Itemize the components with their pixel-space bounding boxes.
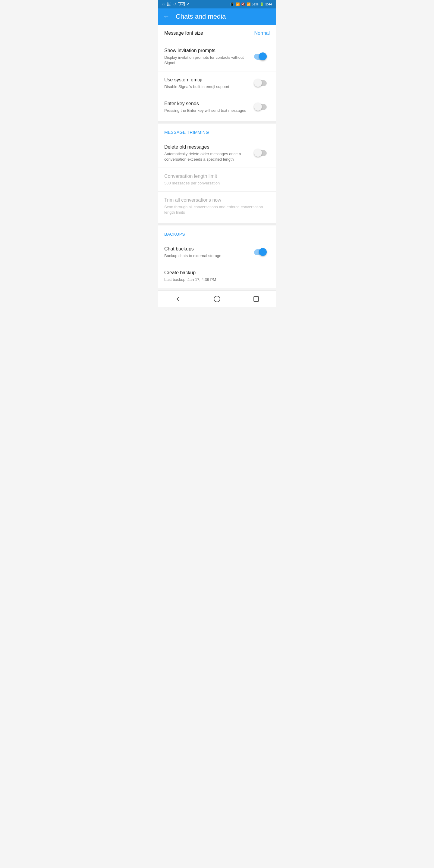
use-system-emoji-subtitle: Disable Signal's built-in emoji support — [164, 84, 249, 90]
toggle-thumb — [259, 248, 267, 256]
show-invitation-prompts-item[interactable]: Show invitation prompts Display invitati… — [158, 42, 276, 71]
trim-all-conversations-text: Trim all conversations now Scan through … — [164, 197, 270, 215]
show-invitation-prompts-toggle[interactable] — [254, 53, 270, 61]
toggle-thumb — [254, 103, 262, 111]
chat-backups-toggle[interactable] — [254, 248, 270, 256]
chat-backups-text: Chat backups Backup chats to external st… — [164, 246, 254, 258]
backups-label: Backups — [164, 232, 185, 237]
time-display: 3:44 — [265, 2, 272, 6]
page-header: ← Chats and media — [158, 8, 276, 25]
create-backup-subtitle: Last backup: Jan 17, 4:39 PM — [164, 277, 265, 282]
status-bar-right-icons: 📳 📶 🔇 📶 51% 🔋 3:44 — [230, 2, 272, 6]
delete-old-messages-item[interactable]: Delete old messages Automatically delete… — [158, 138, 276, 168]
show-invitation-prompts-text: Show invitation prompts Display invitati… — [164, 48, 254, 66]
chat-backups-item[interactable]: Chat backups Backup chats to external st… — [158, 241, 276, 264]
vibrate-icon: 📳 — [230, 2, 235, 6]
status-bar: ▭ 🖼 🛡 B·R ✓ 📳 📶 🔇 📶 51% 🔋 3:44 — [158, 0, 276, 8]
conversation-length-limit-subtitle: 500 messages per conversation — [164, 181, 265, 186]
toggle-thumb — [254, 79, 262, 87]
conversation-length-limit-text: Conversation length limit 500 messages p… — [164, 173, 270, 186]
wifi-icon: 📶 — [236, 2, 240, 6]
shield-icon: 🛡 — [173, 2, 176, 6]
nav-recents-button[interactable] — [247, 290, 265, 307]
check-icon: ✓ — [187, 2, 190, 6]
enter-key-sends-item[interactable]: Enter key sends Pressing the Enter key w… — [158, 95, 276, 119]
delete-old-messages-text: Delete old messages Automatically delete… — [164, 144, 254, 162]
conversation-length-limit-title: Conversation length limit — [164, 173, 265, 180]
message-trimming-label: Message trimming — [164, 130, 209, 135]
signal-icon: 📶 — [247, 2, 251, 6]
navigation-bar — [158, 290, 276, 307]
message-font-size-title: Message font size — [164, 30, 249, 36]
use-system-emoji-title: Use system emoji — [164, 77, 249, 83]
create-backup-text: Create backup Last backup: Jan 17, 4:39 … — [164, 270, 270, 282]
use-system-emoji-text: Use system emoji Disable Signal's built-… — [164, 77, 254, 90]
back-nav-icon — [175, 296, 181, 302]
home-nav-icon — [214, 296, 220, 302]
chat-backups-title: Chat backups — [164, 246, 249, 252]
back-button[interactable]: ← — [163, 13, 170, 20]
general-section: Message font size Normal Show invitation… — [158, 25, 276, 119]
show-invitation-prompts-subtitle: Display invitation prompts for contacts … — [164, 55, 249, 66]
message-font-size-value[interactable]: Normal — [254, 30, 270, 36]
show-invitation-prompts-title: Show invitation prompts — [164, 48, 249, 54]
create-backup-title: Create backup — [164, 270, 265, 276]
use-system-emoji-toggle[interactable] — [254, 79, 270, 87]
page-title: Chats and media — [176, 13, 226, 21]
nav-back-button[interactable] — [169, 290, 187, 307]
enter-key-sends-title: Enter key sends — [164, 101, 249, 107]
message-trimming-header: Message trimming — [158, 124, 276, 138]
battery-percentage: 51% — [252, 2, 258, 6]
conversation-length-limit-item: Conversation length limit 500 messages p… — [158, 168, 276, 192]
battery-icon: 🔋 — [260, 2, 264, 6]
image-icon: 🖼 — [167, 2, 170, 6]
trim-all-conversations-item: Trim all conversations now Scan through … — [158, 192, 276, 221]
section-separator-2 — [158, 223, 276, 225]
status-bar-left-icons: ▭ 🖼 🛡 B·R ✓ — [162, 2, 190, 6]
create-backup-item[interactable]: Create backup Last backup: Jan 17, 4:39 … — [158, 264, 276, 288]
enter-key-sends-text: Enter key sends Pressing the Enter key w… — [164, 101, 254, 113]
section-separator-1 — [158, 121, 276, 124]
message-trimming-section: Message trimming Delete old messages Aut… — [158, 124, 276, 221]
br-icon: B·R — [178, 2, 185, 6]
no-sim-icon: 🔇 — [241, 2, 245, 6]
nav-home-button[interactable] — [208, 290, 226, 307]
backups-section: Backups Chat backups Backup chats to ext… — [158, 225, 276, 288]
toggle-thumb — [254, 149, 262, 157]
settings-content: Message font size Normal Show invitation… — [158, 25, 276, 288]
trim-all-conversations-title: Trim all conversations now — [164, 197, 265, 204]
trim-all-conversations-subtitle: Scan through all conversations and enfor… — [164, 204, 265, 215]
delete-old-messages-title: Delete old messages — [164, 144, 249, 150]
enter-key-sends-subtitle: Pressing the Enter key will send text me… — [164, 108, 249, 113]
backups-header: Backups — [158, 225, 276, 241]
delete-old-messages-subtitle: Automatically delete older messages once… — [164, 151, 249, 162]
toggle-thumb — [259, 53, 267, 60]
message-font-size-item[interactable]: Message font size Normal — [158, 25, 276, 42]
use-system-emoji-item[interactable]: Use system emoji Disable Signal's built-… — [158, 71, 276, 95]
enter-key-sends-toggle[interactable] — [254, 103, 270, 111]
recents-nav-icon — [253, 296, 259, 302]
chat-backups-subtitle: Backup chats to external storage — [164, 253, 249, 258]
message-font-size-text: Message font size — [164, 30, 254, 36]
delete-old-messages-toggle[interactable] — [254, 149, 270, 157]
tablet-icon: ▭ — [162, 2, 165, 6]
